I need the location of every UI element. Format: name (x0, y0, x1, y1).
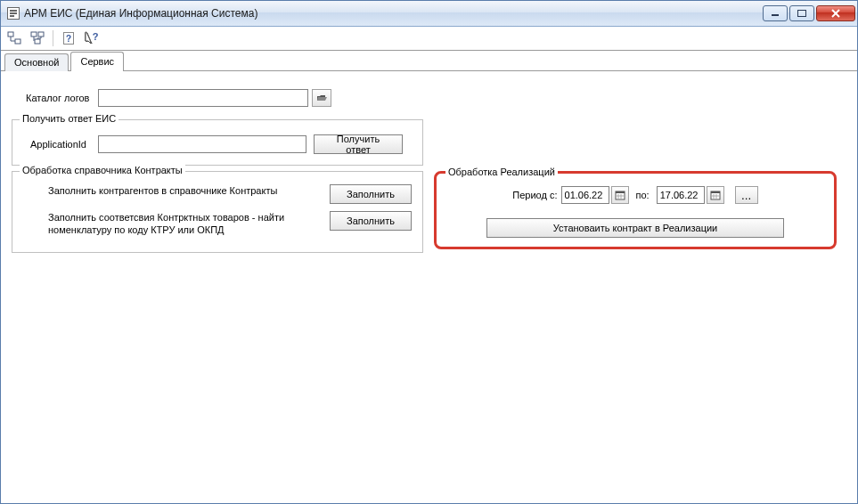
help-icon[interactable]: ? (59, 28, 78, 48)
svg-text:?: ? (93, 31, 99, 42)
realizations-group: Обработка Реализаций Период с: (434, 171, 837, 249)
catalog-input[interactable] (98, 89, 308, 107)
contracts-row2-desc: Заполнить соответсвия Контрктных товаров… (48, 211, 330, 236)
calendar-icon (615, 190, 625, 200)
appid-row: ApplicationId Получить ответ (30, 134, 412, 154)
svg-rect-19 (616, 191, 625, 193)
catalog-row: Каталог логов (26, 89, 846, 107)
context-help-icon[interactable]: ? (82, 28, 102, 48)
toolbar: ? ? (1, 27, 857, 51)
set-contract-button[interactable]: Установаить контракт в Реализации (486, 218, 784, 238)
svg-rect-24 (711, 191, 720, 193)
contracts-row1-desc: Заполнить контрагентов в справочнике Кон… (48, 184, 330, 197)
tree-view-2-icon[interactable] (28, 28, 47, 48)
get-answer-button[interactable]: Получить ответ (314, 134, 403, 154)
minimize-button[interactable] (763, 5, 788, 21)
svg-rect-1 (10, 10, 17, 12)
svg-rect-10 (31, 32, 37, 37)
svg-rect-11 (38, 32, 44, 37)
svg-rect-4 (772, 14, 779, 16)
eis-response-legend: Получить ответ ЕИС (20, 113, 118, 124)
svg-rect-5 (798, 11, 806, 17)
svg-rect-3 (10, 15, 14, 17)
catalog-label: Каталог логов (26, 93, 89, 103)
close-button[interactable] (816, 5, 855, 21)
contracts-fill-goods-button[interactable]: Заполнить (330, 211, 412, 231)
tab-service-page: Каталог логов Получить ответ ЕИС Applica… (1, 71, 857, 503)
window-title: АРМ ЕИС (Единая Информационная Система) (24, 7, 763, 20)
eis-response-group: Получить ответ ЕИС ApplicationId Получит… (12, 119, 423, 166)
svg-rect-12 (35, 39, 40, 44)
tab-main[interactable]: Основной (4, 53, 69, 71)
appid-label: ApplicationId (30, 139, 89, 150)
svg-rect-9 (15, 39, 20, 44)
tabstrip: Основной Сервис (1, 51, 857, 71)
contracts-legend: Обработка справочника Контракты (20, 165, 185, 175)
two-column-area: Обработка справочника Контракты Заполнит… (12, 166, 846, 253)
tree-view-1-icon[interactable] (4, 28, 24, 48)
app-icon (6, 6, 20, 20)
period-from-calendar-button[interactable] (611, 186, 629, 204)
contracts-fill-contractors-button[interactable]: Заполнить (330, 184, 412, 204)
period-to-label: по: (636, 190, 650, 200)
period-to-input[interactable] (657, 186, 705, 204)
toolbar-separator (53, 30, 53, 46)
folder-open-icon (316, 93, 327, 102)
svg-rect-8 (8, 32, 13, 37)
svg-rect-2 (10, 12, 17, 14)
window-buttons (763, 5, 855, 21)
period-from-label: Период с: (512, 190, 557, 200)
app-window: АРМ ЕИС (Единая Информационная Система) (0, 0, 858, 504)
maximize-button[interactable] (789, 5, 814, 21)
period-row: Период с: по: (447, 186, 823, 204)
catalog-browse-button[interactable] (312, 89, 331, 107)
period-ellipsis-button[interactable]: ... (735, 186, 758, 204)
realizations-legend: Обработка Реализаций (445, 167, 558, 177)
svg-text:?: ? (66, 34, 71, 44)
period-to-calendar-button[interactable] (707, 186, 724, 204)
contracts-group: Обработка справочника Контракты Заполнит… (12, 171, 423, 253)
svg-marker-16 (86, 32, 91, 44)
period-from-input[interactable] (561, 186, 609, 204)
appid-input[interactable] (98, 135, 306, 153)
titlebar: АРМ ЕИС (Единая Информационная Система) (1, 1, 857, 27)
calendar-icon (710, 190, 721, 200)
tab-service[interactable]: Сервис (70, 52, 124, 70)
